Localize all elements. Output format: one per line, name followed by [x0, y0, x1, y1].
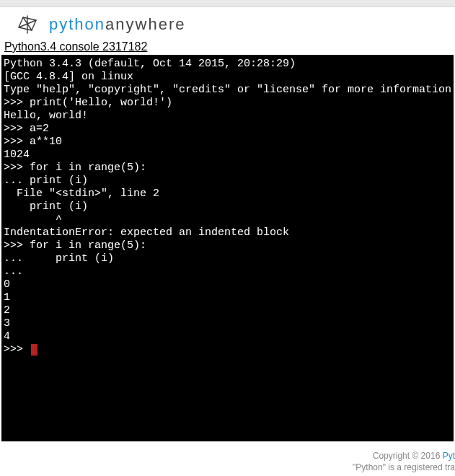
terminal[interactable]: Python 3.4.3 (default, Oct 14 2015, 20:2…: [1, 55, 454, 441]
terminal-cursor: [31, 344, 37, 356]
copyright-text: Copyright © 2016: [373, 451, 443, 461]
trademark-line: "Python" is a registered tra: [353, 462, 455, 473]
brand-part1: python: [49, 15, 105, 33]
pythonanywhere-logo-icon: [14, 14, 42, 35]
console-title[interactable]: Python3.4 console 2317182: [0, 38, 455, 55]
copyright-line: Copyright © 2016 Pyt: [353, 450, 455, 462]
site-header: pythonanywhere: [0, 7, 455, 38]
brand-text: pythonanywhere: [49, 15, 185, 34]
brand-part2: anywhere: [105, 15, 185, 33]
window-chrome-bar: [0, 0, 455, 7]
footer-link[interactable]: Pyt: [443, 451, 455, 461]
footer: Copyright © 2016 Pyt "Python" is a regis…: [353, 450, 455, 473]
terminal-output: Python 3.4.3 (default, Oct 14 2015, 20:2…: [4, 58, 454, 356]
